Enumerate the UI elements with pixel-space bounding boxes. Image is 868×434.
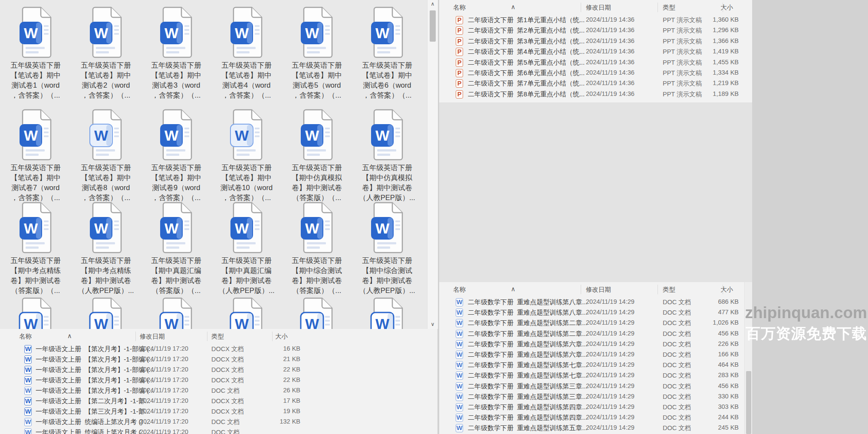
file-grid-item[interactable]: W 五年级英语下册【期中真题汇编卷】期中测试卷（答案版）（... xyxy=(142,201,210,296)
scrollbar-thumb[interactable] xyxy=(746,371,751,434)
file-list-row[interactable]: P 二年级语文下册 第5单元重点小结（统... 2024/11/19 14:36… xyxy=(439,57,752,68)
file-grid-item[interactable]: W 五年级英语下册【笔试卷】期中测试卷5（word，含答案）（... xyxy=(283,6,351,100)
svg-text:W: W xyxy=(375,127,390,144)
file-list-row[interactable]: W 二年级数学下册 重难点题型训练第七章... 2024/11/19 14:29… xyxy=(439,360,752,370)
vertical-scrollbar[interactable]: ∧ ∨ xyxy=(427,0,438,329)
column-header-name[interactable]: 名称 xyxy=(453,286,466,294)
file-list-row[interactable]: W 一年级语文上册 统编语上第次月考 (... 2024/11/19 17:20… xyxy=(0,427,437,434)
svg-text:W: W xyxy=(375,220,390,237)
file-list-row[interactable]: P 二年级语文下册 第1单元重点小结（统... 2024/11/19 14:36… xyxy=(439,15,752,25)
scroll-up-icon[interactable]: ∧ xyxy=(427,0,438,9)
file-list-row[interactable]: W 一年级语文上册 【第次月考】-1-部编 (... 2024/11/19 17… xyxy=(0,375,437,385)
file-modified-date: 2024/11/19 14:29 xyxy=(586,414,635,421)
file-list-row[interactable]: W 一年级语文上册 【第次月考】-1-部编 (... 2024/11/19 17… xyxy=(0,385,437,396)
file-type-icon: W xyxy=(24,397,32,405)
file-type-icon: W xyxy=(24,418,32,426)
column-header-size[interactable]: 大小 xyxy=(275,332,288,341)
file-type: DOC 文档 xyxy=(211,428,240,434)
file-grid-item[interactable]: W 五年级英语下册【期中考点精练卷】期中测试卷（答案版）（... xyxy=(2,201,69,296)
file-grid-item[interactable]: W 五年级英语下册【笔试卷】期中测试卷4（word，含答案）（... xyxy=(213,6,280,100)
file-name-label: 五年级英语下册【笔试卷】期中测试卷8（word，含答案）（... xyxy=(72,163,140,203)
file-list-row[interactable]: W 二年级数学下册 重难点题型训练第二章... 2024/11/19 14:29… xyxy=(439,318,752,328)
file-list-row[interactable]: W 二年级数学下册 重难点题型训练第八章... 2024/11/19 14:29… xyxy=(439,307,752,318)
file-size: 166 KB xyxy=(695,351,739,358)
word-file-icon: W xyxy=(89,6,123,59)
file-type-icon: W xyxy=(456,340,463,349)
file-list-row[interactable]: W 二年级数学下册 重难点题型训练第六章... 2024/11/19 14:29… xyxy=(439,349,752,360)
file-modified-date: 2024/11/19 14:36 xyxy=(586,69,635,76)
file-list-row[interactable]: W 二年级数学下册 重难点题型训练第六章... 2024/11/19 14:29… xyxy=(439,339,752,349)
scrollbar-thumb[interactable] xyxy=(430,10,436,42)
file-grid-item[interactable]: W 五年级英语下册【笔试卷】期中测试卷10（word，含答案）（... xyxy=(213,108,280,203)
file-list-row[interactable]: W 一年级语文上册 【第三次月考】-1-部... 2024/11/19 17:2… xyxy=(0,406,437,417)
file-type: DOC 文档 xyxy=(663,424,691,432)
file-list-row[interactable]: P 二年级语文下册 第8单元重点小结（统... 2024/11/19 14:36… xyxy=(439,89,752,99)
file-list-row[interactable]: W 一年级语文上册 统编语上第次月考 () ... 2024/11/19 17:… xyxy=(0,417,437,427)
column-header-date[interactable]: 修改日期 xyxy=(586,286,611,294)
list-rows: W 二年级数学下册 重难点题型训练第八章... 2024/11/19 14:29… xyxy=(439,297,752,434)
file-list-row[interactable]: W 二年级数学下册 重难点题型训练第五章... 2024/11/19 14:29… xyxy=(439,423,752,433)
file-size: 686 KB xyxy=(695,298,739,305)
svg-text:W: W xyxy=(305,127,319,144)
column-header-type[interactable]: 类型 xyxy=(663,3,675,12)
file-grid-item[interactable]: W 五年级英语下册【笔试卷】期中测试卷3（word，含答案）（... xyxy=(142,6,210,100)
file-modified-date: 2024/11/19 14:29 xyxy=(586,319,635,326)
file-name-label: 五年级英语下册【笔试卷】期中测试卷10（word，含答案）（... xyxy=(213,163,280,203)
file-list-row[interactable]: W 二年级数学下册 重难点题型训练第二章... 2024/11/19 14:29… xyxy=(439,329,752,339)
watermark-slogan-text: 百万资源免费下载 xyxy=(746,324,867,344)
column-header-type[interactable]: 类型 xyxy=(663,286,675,294)
file-name-label: 五年级英语下册【期中综合测试卷】期中测试卷（人教PEP版）... xyxy=(353,256,421,296)
file-modified-date: 2024/11/19 14:29 xyxy=(586,298,635,305)
column-header-date[interactable]: 修改日期 xyxy=(140,332,165,341)
file-list-row[interactable]: W 一年级语文上册 【第二次月考】-1-部... 2024/11/19 17:2… xyxy=(0,396,437,406)
file-modified-date: 2024/11/19 14:29 xyxy=(586,361,635,368)
file-type: DOC 文档 xyxy=(663,298,691,306)
file-grid-item[interactable]: W 五年级英语下册【笔试卷】期中测试卷8（word，含答案）（... xyxy=(72,108,140,203)
file-type: DOCX 文档 xyxy=(211,355,244,364)
file-name: 二年级数学下册 重难点题型训练第八章... xyxy=(468,298,588,306)
file-name-label: 五年级英语下册【期中考点精练卷】期中测试卷（人教PEP版）... xyxy=(72,256,140,296)
file-list-row[interactable]: P 二年级语文下册 第3单元重点小结（统... 2024/11/19 14:36… xyxy=(439,36,752,46)
column-header-name[interactable]: 名称 xyxy=(453,3,466,12)
file-list-row[interactable]: W 二年级数学下册 重难点题型训练第四章... 2024/11/19 14:29… xyxy=(439,402,752,412)
file-size: 303 KB xyxy=(695,403,739,410)
file-modified-date: 2024/11/19 14:29 xyxy=(586,330,635,337)
file-list-row[interactable]: P 二年级语文下册 第4单元重点小结（统... 2024/11/19 14:36… xyxy=(439,46,752,57)
file-grid-item[interactable]: W 五年级英语下册【笔试卷】期中测试卷9（word，含答案）（... xyxy=(142,108,210,203)
file-size: 330 KB xyxy=(695,393,739,400)
file-size: 1,455 KB xyxy=(695,59,739,66)
svg-text:W: W xyxy=(164,25,179,41)
file-grid-item[interactable]: W 五年级英语下册【期中真题汇编卷】期中测试卷（人教PEP版）... xyxy=(213,201,280,296)
file-list-row[interactable]: W 一年级语文上册 【第次月考】-1-部编 (... 2024/11/19 17… xyxy=(0,365,437,375)
file-list-row[interactable]: W 二年级数学下册 重难点题型训练第八章... 2024/11/19 14:29… xyxy=(439,297,752,307)
scroll-down-icon[interactable]: ∨ xyxy=(427,320,438,329)
file-list-row[interactable]: P 二年级语文下册 第7单元重点小结（统... 2024/11/19 14:36… xyxy=(439,78,752,89)
header-separator xyxy=(658,3,658,12)
column-header-name[interactable]: 名称 xyxy=(19,332,32,341)
file-list-row[interactable]: W 二年级数学下册 重难点题型训练第四章... 2024/11/19 14:29… xyxy=(439,412,752,423)
file-grid-item[interactable]: W 五年级英语下册【笔试卷】期中测试卷7（word，含答案）（... xyxy=(2,108,69,203)
word-file-icon: W xyxy=(18,108,53,161)
file-list-row[interactable]: W 一年级语文上册 【第次月考】-1-部编 (... 2024/11/19 17… xyxy=(0,354,437,365)
file-grid-item[interactable]: W 五年级英语下册【期中考点精练卷】期中测试卷（人教PEP版）... xyxy=(72,201,140,296)
file-modified-date: 2024/11/19 17:20 xyxy=(140,387,188,394)
file-grid-item[interactable]: W 五年级英语下册【笔试卷】期中测试卷1（word，含答案）（... xyxy=(2,6,69,100)
file-list-row[interactable]: W 二年级数学下册 重难点题型训练第三章... 2024/11/19 14:29… xyxy=(439,391,752,402)
file-grid-item[interactable]: W 五年级英语下册【笔试卷】期中测试卷2（word，含答案）（... xyxy=(72,6,140,100)
file-modified-date: 2024/11/19 17:20 xyxy=(140,345,188,352)
column-header-type[interactable]: 类型 xyxy=(211,332,224,341)
file-grid-item[interactable]: W 五年级英语下册【期中综合测试卷】期中测试卷（人教PEP版）... xyxy=(353,201,421,296)
file-list-row[interactable]: P 二年级语文下册 第6单元重点小结（统... 2024/11/19 14:36… xyxy=(439,68,752,78)
file-grid-item[interactable]: W 五年级英语下册【笔试卷】期中测试卷6（word，含答案）（... xyxy=(353,6,421,100)
file-name-label: 五年级英语下册【期中仿真模拟卷】期中测试卷（答案版）（... xyxy=(283,163,351,203)
file-list-row[interactable]: W 二年级数学下册 重难点题型训练第三章... 2024/11/19 14:29… xyxy=(439,381,752,391)
file-modified-date: 2024/11/19 14:36 xyxy=(586,26,635,33)
file-grid-item[interactable]: W 五年级英语下册【期中仿真模拟卷】期中测试卷（答案版）（... xyxy=(283,108,351,203)
file-list-row[interactable]: P 二年级语文下册 第2单元重点小结（统... 2024/11/19 14:36… xyxy=(439,25,752,36)
file-list-row[interactable]: W 二年级数学下册 重难点题型训练第七章... 2024/11/19 14:29… xyxy=(439,370,752,381)
file-grid-item[interactable]: W 五年级英语下册【期中综合测试卷】期中测试卷（答案版）（... xyxy=(283,201,351,296)
file-type-icon: W xyxy=(456,298,463,306)
file-grid-item[interactable]: W 五年级英语下册【期中仿真模拟卷】期中测试卷（人教PEP版）... xyxy=(353,108,421,203)
column-header-date[interactable]: 修改日期 xyxy=(586,3,611,12)
file-list-row[interactable]: W 一年级语文上册 【第次月考】-1-部编 (... 2024/11/19 17… xyxy=(0,344,437,354)
